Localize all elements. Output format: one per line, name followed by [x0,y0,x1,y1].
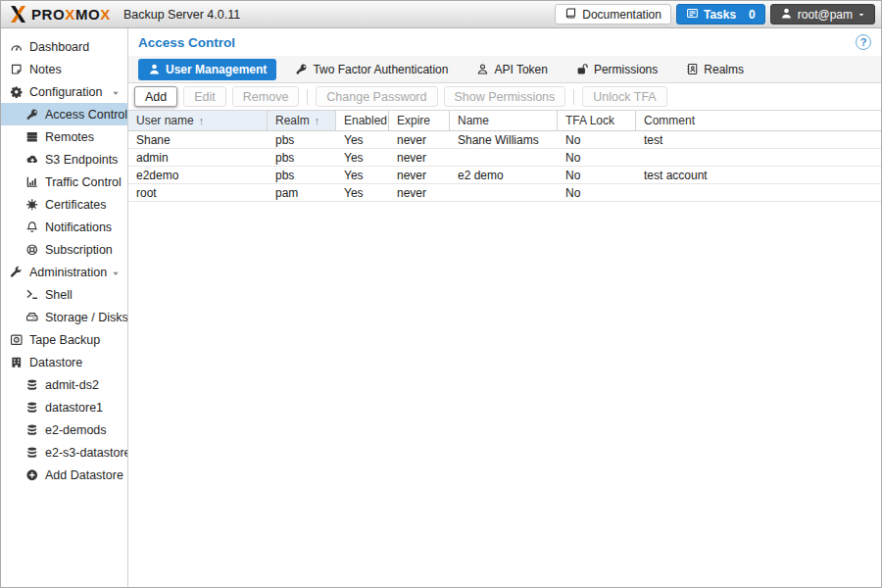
sidebar-item-label: e2-demods [45,423,107,437]
sidebar-item-access-control[interactable]: Access Control [1,103,127,125]
key-icon [24,107,39,122]
sidebar-item-datastore1[interactable]: datastore1 [1,396,127,418]
building-icon [9,355,24,369]
column-header-user-name[interactable]: User name↑ [128,111,268,130]
show-permissions-button[interactable]: Show Permissions [444,86,566,107]
cell-comment: test account [636,167,881,183]
sidebar-item-label: Shell [45,288,73,302]
column-header-tfa-lock[interactable]: TFA Lock [558,111,636,130]
table-row[interactable]: rootpamYesneverNo [128,184,881,202]
tasks-button[interactable]: Tasks 0 [676,4,765,24]
database-icon [24,422,39,437]
user-menu-button[interactable]: root@pam [770,4,875,24]
sidebar-item-label: Access Control [45,108,127,122]
key-icon [295,63,308,75]
unlock-icon [576,63,589,75]
plus-circle-icon [24,467,39,482]
sidebar-item-label: Notifications [45,220,112,234]
tab-permissions[interactable]: Permissions [566,59,667,80]
tab-label: Permissions [594,63,658,76]
toolbar-separator [573,89,574,105]
add-button[interactable]: Add [134,86,177,107]
proxmox-logo: PROXMOX Backup Server 4.0.11 [9,5,240,24]
chevron-down-icon [111,87,121,97]
sidebar-item-label: datastore1 [45,401,103,415]
sidebar-item-subscription[interactable]: Subscription [1,238,127,261]
cloud-upload-icon [24,152,39,167]
main-panel: Access Control ? User ManagementTwo Fact… [128,28,881,587]
sidebar-item-certificates[interactable]: Certificates [1,193,127,216]
app-window: PROXMOX Backup Server 4.0.11 Documentati… [0,0,882,588]
cell-name: Shane Williams [450,131,558,148]
remove-button[interactable]: Remove [232,86,300,107]
column-header-name[interactable]: Name [450,111,558,130]
sidebar-item-traffic-control[interactable]: Traffic Control [1,171,127,193]
dashboard-icon [9,39,24,54]
sidebar-item-label: Tape Backup [29,333,100,347]
user-outline-icon [476,63,489,75]
unlock-tfa-button[interactable]: Unlock TFA [582,86,666,107]
tab-api-token[interactable]: API Token [466,59,557,80]
tab-label: Realms [704,63,744,76]
book-icon [564,7,577,23]
sidebar-item-shell[interactable]: Shell [1,283,127,306]
table-row[interactable]: e2demopbsYesnevere2 demoNotest account [128,167,881,184]
column-header-comment[interactable]: Comment [636,111,881,130]
column-header-label: Comment [644,114,695,127]
change-password-button[interactable]: Change Password [316,86,437,107]
gears-icon [9,84,24,99]
column-header-realm[interactable]: Realm↑ [268,111,336,130]
documentation-button[interactable]: Documentation [555,4,671,24]
column-header-expire[interactable]: Expire [389,111,450,130]
sidebar-item-label: S3 Endpoints [45,153,118,167]
sidebar-item-label: Notes [29,63,62,76]
sidebar-item-label: Certificates [45,198,107,212]
tasks-label: Tasks [704,8,736,22]
sidebar-item-storage-disks[interactable]: Storage / Disks [1,306,127,328]
cell-expire: never [389,184,450,201]
hdd-icon [24,310,39,324]
topbar-actions: Documentation Tasks 0 root@pam [555,4,875,24]
sidebar-item-label: Datastore [29,356,82,369]
tab-realms[interactable]: Realms [676,59,754,80]
sidebar-item-dashboard[interactable]: Dashboard [1,35,127,58]
table-row[interactable]: adminpbsYesneverNo [128,149,881,167]
sidebar-item-notes[interactable]: Notes [1,58,127,80]
edit-button[interactable]: Edit [183,86,226,107]
database-icon [24,445,39,460]
sidebar-item-label: admit-ds2 [45,378,99,392]
sidebar-item-datastore[interactable]: Datastore [1,351,127,373]
address-book-icon [686,63,699,75]
sidebar-item-notifications[interactable]: Notifications [1,216,127,238]
documentation-label: Documentation [582,8,662,22]
sort-asc-icon: ↑ [315,115,320,126]
column-header-enabled[interactable]: Enabled [336,111,389,130]
cell-user-name: root [128,184,268,201]
table-body: ShanepbsYesneverShane WilliamsNotestadmi… [128,131,881,202]
tasks-count-badge: 0 [749,8,756,22]
cell-realm: pam [268,184,336,201]
cell-tfa-lock: No [558,167,636,183]
chart-bars-icon [24,174,39,189]
sidebar-item-e2-demods[interactable]: e2-demods [1,418,127,441]
help-icon[interactable]: ? [856,34,871,50]
sidebar-item-administration[interactable]: Administration [1,261,127,283]
tab-user-management[interactable]: User Management [138,59,276,80]
cell-comment [636,184,881,201]
sidebar-item-e2-s3-datastore[interactable]: e2-s3-datastore [1,441,127,464]
cell-user-name: Shane [128,131,268,148]
sidebar-item-remotes[interactable]: Remotes [1,125,127,148]
sidebar-item-admit-ds2[interactable]: admit-ds2 [1,373,127,396]
sidebar-item-tape-backup[interactable]: Tape Backup [1,328,127,351]
sidebar-item-add-datastore[interactable]: Add Datastore [1,464,127,486]
chevron-down-icon [858,8,865,22]
server-stack-icon [24,129,39,144]
column-header-label: Realm [275,114,310,127]
certificate-icon [24,197,39,212]
table-row[interactable]: ShanepbsYesneverShane WilliamsNotest [128,131,881,149]
sidebar-item-s3-endpoints[interactable]: S3 Endpoints [1,148,127,171]
cell-realm: pbs [268,131,336,148]
tab-two-factor-authentication[interactable]: Two Factor Authentication [285,59,458,80]
user-icon [148,63,161,75]
sidebar-item-configuration[interactable]: Configuration [1,80,127,103]
